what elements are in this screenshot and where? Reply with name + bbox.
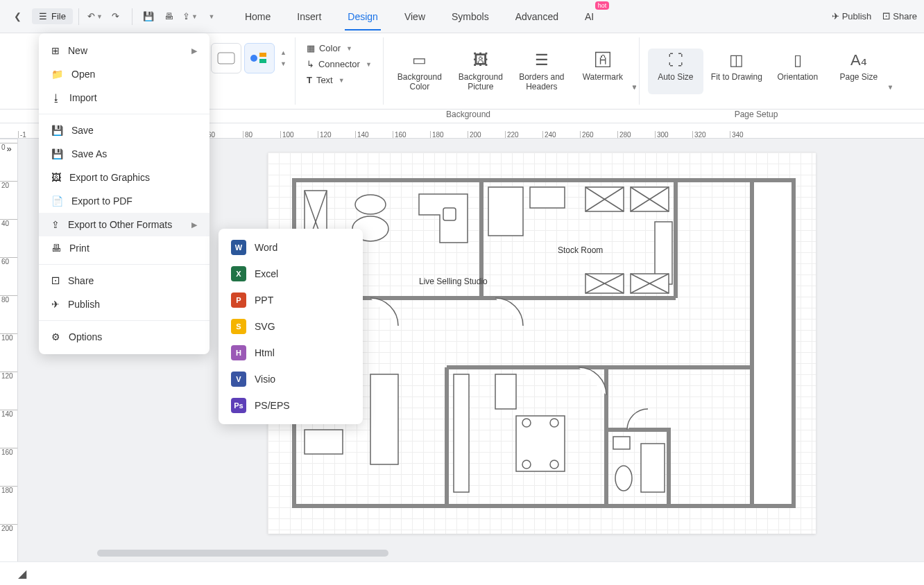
watermark-button[interactable]: 🄰Watermark▼	[575, 49, 631, 94]
menu-print[interactable]: 🖶Print	[39, 236, 209, 260]
menu-import[interactable]: ⭳Import	[39, 86, 209, 110]
svg-point-41	[550, 419, 558, 427]
word-icon: W	[231, 240, 246, 255]
svg-point-1	[250, 55, 257, 62]
ruler-tick: 260	[580, 131, 617, 138]
horizontal-scrollbar[interactable]	[90, 549, 895, 557]
scrollbar-thumb[interactable]	[97, 550, 388, 557]
svg-rect-44	[613, 437, 630, 449]
ppt-icon: P	[231, 292, 246, 308]
ruler-tick: 160	[393, 131, 430, 138]
pseps-icon: Ps	[231, 398, 246, 413]
tab-view[interactable]: View	[402, 4, 428, 29]
redo-button[interactable]: ↷	[105, 6, 126, 27]
menu-share[interactable]: ⚀Share	[39, 269, 209, 292]
sidebar-expand-button[interactable]: »	[0, 139, 18, 158]
borders-icon: ☰	[535, 51, 549, 69]
undo-button[interactable]: ↶▼	[85, 6, 105, 27]
svg-point-40	[522, 419, 531, 427]
ribbon-group-background: ▭Background Color▼ 🖼Background Picture▼ …	[384, 37, 640, 105]
ruler-tick: 120	[318, 131, 355, 138]
background-color-button[interactable]: ▭Background Color▼	[392, 49, 447, 94]
connector-icon: ↳	[307, 59, 314, 69]
menu-export-pdf[interactable]: 📄Export to PDF	[39, 189, 209, 213]
chevron-right-icon: ▶	[191, 220, 197, 229]
tab-home[interactable]: Home	[242, 4, 273, 29]
menu-new[interactable]: ⊞New▶	[39, 39, 209, 62]
export-ppt[interactable]: PPPT	[219, 287, 363, 313]
export-button[interactable]: ⇪▼	[180, 6, 200, 27]
menu-save[interactable]: 💾Save	[39, 119, 209, 142]
ruler-tick: 120	[0, 372, 17, 410]
fill-bucket-icon[interactable]: ◢	[18, 567, 32, 580]
export-svg[interactable]: SSVG	[219, 313, 363, 340]
tab-symbols[interactable]: Symbols	[449, 4, 492, 29]
more-button[interactable]: ▼	[200, 6, 221, 27]
menu-export-graphics[interactable]: 🖼Export to Graphics	[39, 166, 209, 189]
orientation-icon: ▯	[794, 51, 802, 69]
menu-export-other[interactable]: ⇪Export to Other Formats▶	[39, 213, 209, 236]
ruler-tick: 80	[243, 131, 280, 138]
svg-rect-2	[259, 53, 266, 57]
orientation-button[interactable]: ▯Orientation▼	[770, 49, 825, 94]
share-icon: ⚀	[51, 275, 60, 286]
export-pseps[interactable]: PsPS/EPS	[219, 392, 363, 419]
share-button[interactable]: ⚀Share	[882, 11, 917, 21]
ruler-tick: 340	[730, 131, 767, 138]
ruler-tick: 100	[0, 333, 17, 372]
shape-style-1[interactable]	[211, 43, 241, 73]
image-icon: 🖼	[51, 172, 61, 183]
ruler-tick: 300	[655, 131, 692, 138]
connector-dropdown[interactable]: ↳Connector ▼	[304, 58, 375, 71]
print-button[interactable]: 🖶	[159, 6, 180, 27]
hamburger-icon: ☰	[39, 11, 47, 21]
ruler-tick: 320	[692, 131, 730, 138]
ruler-vertical: 020406080100120140160180200	[0, 139, 18, 562]
export-word[interactable]: WWord	[219, 234, 363, 261]
export-visio[interactable]: VVisio	[219, 366, 363, 392]
borders-headers-button[interactable]: ☰Borders and Headers▼	[514, 49, 570, 94]
save-button[interactable]: 💾	[138, 6, 159, 27]
menu-open[interactable]: 📁Open	[39, 62, 209, 86]
shape-style-2[interactable]	[244, 43, 275, 73]
excel-icon: X	[231, 266, 246, 281]
page-icon: ▭	[412, 51, 427, 69]
export-html[interactable]: HHtml	[219, 340, 363, 366]
publish-button[interactable]: ✈Publish	[832, 11, 872, 21]
menu-options[interactable]: ⚙Options	[39, 325, 209, 349]
plus-icon: ⊞	[51, 45, 60, 56]
svg-rect-38	[495, 374, 516, 409]
ribbon-group-shapes: ▲ ▼	[201, 37, 296, 105]
svg-point-45	[615, 466, 632, 491]
fit-to-drawing-button[interactable]: ◫Fit to Drawing	[709, 49, 764, 94]
room-label-2: Stock Room	[558, 245, 603, 255]
file-menu-button[interactable]: ☰ File	[32, 8, 73, 24]
tab-advanced[interactable]: Advanced	[513, 4, 561, 29]
menu-publish[interactable]: ✈Publish	[39, 292, 209, 316]
text-dropdown[interactable]: TText ▼	[304, 73, 375, 87]
picture-icon: 🖼	[473, 51, 488, 69]
background-picture-button[interactable]: 🖼Background Picture▼	[453, 49, 508, 94]
svg-rect-3	[259, 59, 266, 63]
color-dropdown[interactable]: ▦Color ▼	[304, 42, 375, 55]
watermark-icon: 🄰	[595, 51, 610, 69]
ruler-tick: 280	[617, 131, 655, 138]
tab-design[interactable]: Design	[345, 4, 381, 29]
page-size-button[interactable]: A₄Page Size▼	[831, 49, 887, 94]
ribbon-tabs: Home Insert Design View Symbols Advanced…	[242, 4, 597, 29]
shape-up-button[interactable]: ▲	[280, 49, 286, 56]
tab-insert[interactable]: Insert	[294, 4, 324, 29]
svg-rect-19	[488, 187, 523, 236]
ruler-tick: 100	[280, 131, 318, 138]
shape-down-button[interactable]: ▼	[280, 60, 286, 67]
menu-save-as[interactable]: 💾Save As	[39, 142, 209, 166]
export-excel[interactable]: XExcel	[219, 261, 363, 287]
tab-ai[interactable]: AI hot	[582, 4, 597, 29]
import-icon: ⭳	[51, 92, 61, 103]
autosize-icon: ⛶	[668, 51, 683, 69]
back-button[interactable]: ❮	[7, 6, 28, 27]
palette-icon: ▦	[307, 43, 315, 53]
auto-size-button[interactable]: ⛶Auto Size	[648, 49, 703, 94]
ribbon-group-format: ▦Color ▼ ↳Connector ▼ TText ▼	[296, 37, 384, 105]
share-icon: ⚀	[882, 11, 890, 21]
